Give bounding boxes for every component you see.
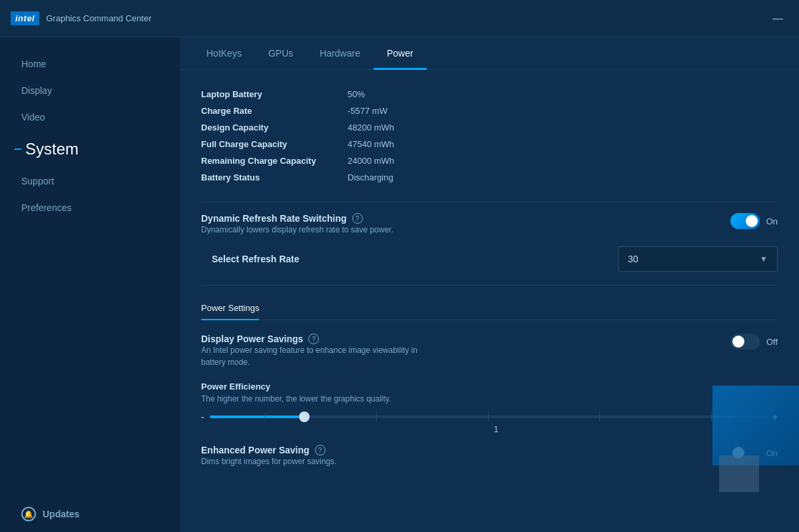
- design-capacity-row: Design Capacity 48200 mWh: [201, 119, 778, 136]
- dynamic-refresh-help-icon[interactable]: ?: [352, 213, 363, 224]
- battery-value: 50%: [348, 89, 365, 99]
- sidebar-item-preferences[interactable]: Preferences: [0, 194, 180, 221]
- charge-rate-value: -5577 mW: [348, 106, 388, 116]
- app-logo: intel Graphics Command Center: [11, 11, 151, 25]
- display-power-savings-toggle[interactable]: [730, 334, 760, 350]
- app-title: Graphics Command Center: [46, 13, 151, 23]
- display-power-savings-section: Display Power Savings ? An Intel power s…: [201, 334, 778, 368]
- sidebar-item-system[interactable]: System: [0, 131, 180, 168]
- design-capacity-value: 48200 mWh: [348, 123, 394, 133]
- sub-tab-power-settings[interactable]: Power Settings: [201, 296, 259, 320]
- display-power-savings-header: Display Power Savings ? An Intel power s…: [201, 334, 778, 368]
- battery-row: Laptop Battery 50%: [201, 86, 778, 103]
- power-efficiency-slider[interactable]: [210, 415, 767, 418]
- full-charge-value: 47540 mWh: [348, 139, 394, 149]
- display-power-savings-knob: [732, 336, 744, 348]
- display-power-savings-title-row: Display Power Savings ?: [201, 334, 441, 344]
- sidebar-item-display[interactable]: Display: [0, 77, 180, 104]
- dynamic-refresh-title: Dynamic Refresh Rate Switching: [201, 213, 347, 224]
- refresh-rate-dropdown[interactable]: 30 ▼: [618, 246, 778, 272]
- sidebar-item-video[interactable]: Video: [0, 104, 180, 131]
- battery-status-row: Battery Status Discharging: [201, 169, 778, 186]
- remaining-value: 24000 mWh: [348, 156, 394, 166]
- display-power-savings-help-icon[interactable]: ?: [308, 334, 319, 344]
- sidebar: Home Display Video System Support Prefer…: [0, 37, 180, 532]
- dynamic-refresh-toggle-group: On: [730, 213, 778, 229]
- slider-current-value: 1: [201, 425, 778, 434]
- enhanced-power-saving-header: Enhanced Power Saving ? Dims bright imag…: [201, 445, 778, 467]
- refresh-rate-row: Select Refresh Rate 30 ▼: [201, 246, 778, 272]
- sub-tabs: Power Settings: [201, 296, 778, 320]
- content-panel: Laptop Battery 50% Charge Rate -5577 mW …: [180, 70, 799, 497]
- full-charge-row: Full Charge Capacity 47540 mWh: [201, 136, 778, 152]
- deco-block-1: [712, 386, 799, 465]
- tick-1: [265, 413, 266, 421]
- tabs-bar: HotKeys GPUs Hardware Power: [180, 37, 799, 70]
- chevron-down-icon: ▼: [760, 254, 768, 264]
- sidebar-item-support[interactable]: Support: [0, 168, 180, 194]
- main-content: HotKeys GPUs Hardware Power Laptop Batte…: [180, 37, 799, 532]
- full-charge-label: Full Charge Capacity: [201, 139, 348, 149]
- slider-track-container: - +: [201, 411, 778, 422]
- display-power-savings-toggle-group: Off: [730, 334, 778, 350]
- display-power-savings-title: Display Power Savings: [201, 334, 303, 344]
- refresh-rate-label: Select Refresh Rate: [201, 254, 300, 264]
- dynamic-refresh-toggle-label: On: [766, 216, 778, 226]
- battery-label: Laptop Battery: [201, 89, 348, 99]
- remaining-label: Remaining Charge Capacity: [201, 156, 348, 166]
- charge-rate-label: Charge Rate: [201, 106, 348, 116]
- dynamic-refresh-title-row: Dynamic Refresh Rate Switching ?: [201, 213, 394, 224]
- enhanced-power-saving-info: Enhanced Power Saving ? Dims bright imag…: [201, 445, 336, 467]
- dynamic-refresh-toggle[interactable]: [730, 213, 760, 229]
- battery-status-value: Discharging: [348, 172, 394, 182]
- tab-gpus[interactable]: GPUs: [255, 37, 306, 69]
- dynamic-refresh-section: Dynamic Refresh Rate Switching ? Dynamic…: [201, 213, 778, 272]
- slider-minus-icon: -: [201, 411, 204, 422]
- power-efficiency-desc: The higher the number, the lower the gra…: [201, 394, 778, 403]
- divider-1: [201, 202, 778, 202]
- battery-info: Laptop Battery 50% Charge Rate -5577 mW …: [201, 86, 778, 186]
- enhanced-power-saving-title: Enhanced Power Saving: [201, 445, 310, 455]
- updates-label: Updates: [43, 509, 79, 519]
- minimize-button[interactable]: —: [767, 11, 788, 26]
- enhanced-power-saving-help-icon[interactable]: ?: [315, 445, 326, 455]
- display-power-savings-desc: An Intel power saving feature to enhance…: [201, 344, 441, 368]
- dynamic-refresh-toggle-knob: [746, 215, 758, 227]
- design-capacity-label: Design Capacity: [201, 123, 348, 133]
- display-power-savings-info: Display Power Savings ? An Intel power s…: [201, 334, 441, 368]
- refresh-rate-value: 30: [628, 254, 639, 264]
- tick-2: [376, 413, 377, 421]
- power-efficiency-title: Power Efficiency: [201, 382, 778, 392]
- tab-hardware[interactable]: Hardware: [306, 37, 374, 69]
- slider-ticks: [210, 415, 767, 418]
- deco-block-2: [719, 455, 759, 492]
- charge-rate-row: Charge Rate -5577 mW: [201, 103, 778, 119]
- battery-status-label: Battery Status: [201, 172, 348, 182]
- sidebar-item-home[interactable]: Home: [0, 51, 180, 77]
- tick-4: [599, 413, 600, 421]
- remaining-capacity-row: Remaining Charge Capacity 24000 mWh: [201, 152, 778, 169]
- updates-button[interactable]: 🔔 Updates: [0, 496, 180, 532]
- title-controls: —: [767, 11, 788, 26]
- enhanced-power-saving-section: Enhanced Power Saving ? Dims bright imag…: [201, 445, 778, 467]
- intel-badge: intel: [11, 11, 39, 25]
- enhanced-power-saving-desc: Dims bright images for power savings.: [201, 455, 336, 467]
- dynamic-refresh-header: Dynamic Refresh Rate Switching ? Dynamic…: [201, 213, 778, 236]
- tick-3: [488, 413, 489, 421]
- tick-5: [711, 413, 712, 421]
- tab-hotkeys[interactable]: HotKeys: [193, 37, 255, 69]
- enhanced-power-saving-title-row: Enhanced Power Saving ?: [201, 445, 336, 455]
- power-efficiency-row: Power Efficiency The higher the number, …: [201, 382, 778, 434]
- divider-2: [201, 285, 778, 286]
- display-power-savings-toggle-label: Off: [766, 337, 778, 347]
- title-bar: intel Graphics Command Center —: [0, 0, 799, 37]
- bell-icon: 🔔: [21, 507, 36, 521]
- dynamic-refresh-desc: Dynamically lowers display refresh rate …: [201, 224, 394, 236]
- dynamic-refresh-info: Dynamic Refresh Rate Switching ? Dynamic…: [201, 213, 394, 236]
- tab-power[interactable]: Power: [374, 37, 427, 69]
